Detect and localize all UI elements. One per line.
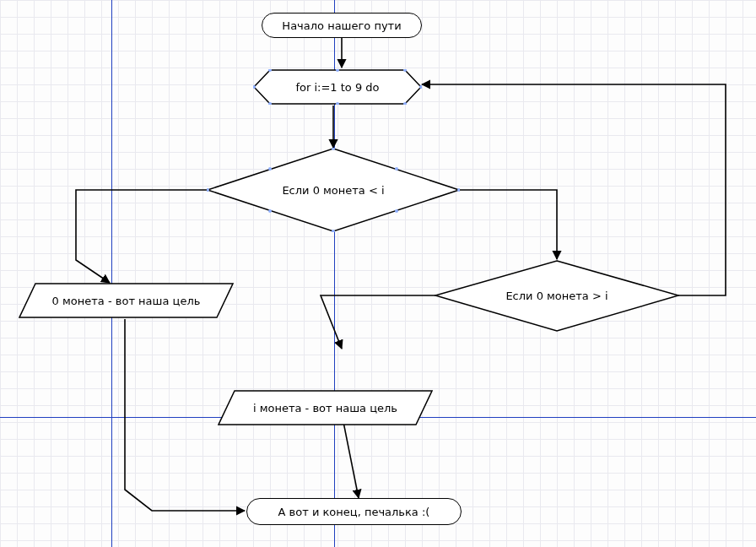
svg-point-16: [268, 209, 272, 213]
node-loop-label: for i:=1 to 9 do: [295, 81, 379, 94]
guide-vertical-1: [111, 0, 112, 547]
svg-point-15: [395, 167, 398, 171]
node-out-zero-label: 0 монета - вот наша цель: [52, 295, 201, 307]
svg-point-13: [207, 188, 209, 192]
node-cond-lt[interactable]: Если 0 монета < i: [207, 148, 460, 232]
flowchart-canvas[interactable]: Начало нашего пути for i:=1 to 9 do Если…: [0, 0, 756, 547]
node-loop[interactable]: for i:=1 to 9 do: [253, 69, 422, 105]
node-end[interactable]: А вот и конец, печалька :(: [246, 498, 462, 525]
node-out-i[interactable]: i монета - вот наша цель: [218, 390, 433, 425]
node-end-label: А вот и конец, печалька :(: [278, 506, 430, 518]
svg-point-17: [395, 209, 398, 213]
node-start-label: Начало нашего пути: [282, 19, 401, 32]
node-cond-gt-label: Если 0 монета > i: [505, 290, 608, 302]
node-start[interactable]: Начало нашего пути: [262, 13, 422, 38]
node-cond-lt-label: Если 0 монета < i: [282, 184, 384, 197]
node-out-zero[interactable]: 0 монета - вот наша цель: [19, 283, 234, 318]
svg-point-14: [268, 167, 272, 171]
svg-point-11: [457, 188, 460, 192]
node-cond-gt[interactable]: Если 0 монета > i: [435, 260, 679, 332]
node-out-i-label: i монета - вот наша цель: [253, 402, 397, 414]
